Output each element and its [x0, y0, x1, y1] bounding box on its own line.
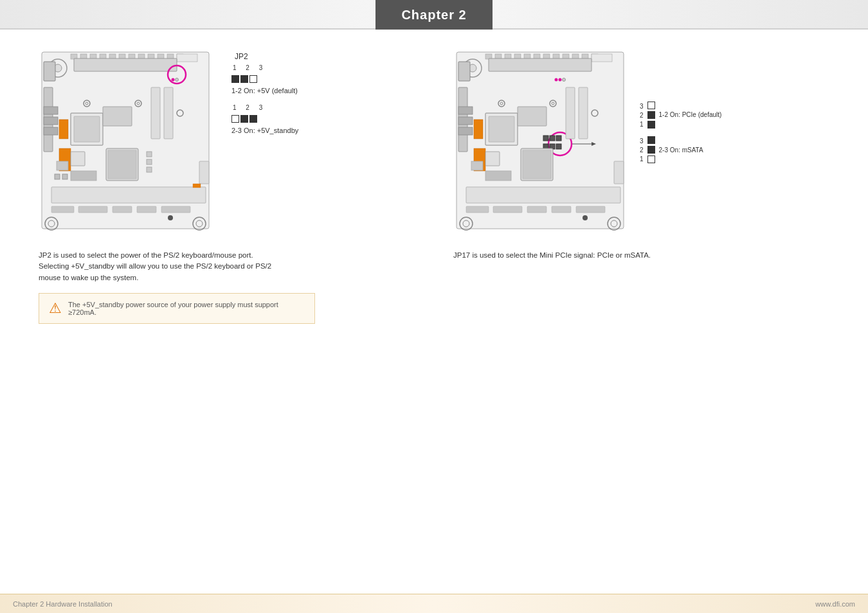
svg-rect-83	[458, 107, 473, 114]
right-jp-settings: JP17 3 2 1 1-2 On: PCIe (defau	[640, 49, 721, 163]
svg-rect-24	[44, 127, 58, 135]
vpin-2-1	[647, 155, 655, 163]
left-diagram-area: JP2 1 2 3 1-2 On: +5V (default) 1 2 3	[39, 49, 421, 237]
svg-rect-52	[55, 174, 60, 179]
svg-rect-26	[74, 116, 100, 142]
header-right-decoration	[493, 0, 868, 30]
svg-point-19	[172, 78, 175, 82]
vpin-2-3	[647, 136, 655, 144]
warning-box: ⚠ The +5V_standby power source of your p…	[39, 293, 315, 324]
chapter-title: Chapter 2	[401, 8, 466, 22]
footer-left: Chapter 2 Hardware Installation	[13, 600, 113, 608]
svg-rect-116	[614, 161, 624, 184]
warning-icon: ⚠	[49, 300, 62, 317]
jumper1-label: 1-2 On: +5V (default)	[231, 87, 298, 94]
svg-rect-13	[177, 54, 197, 62]
svg-rect-97	[550, 136, 555, 141]
svg-point-79	[559, 78, 562, 82]
footer: Chapter 2 Hardware Installation www.dfi.…	[0, 594, 868, 613]
svg-rect-49	[199, 161, 209, 184]
svg-point-78	[555, 78, 558, 82]
svg-rect-42	[137, 206, 156, 213]
svg-rect-119	[471, 161, 483, 170]
svg-rect-55	[71, 171, 96, 181]
svg-rect-106	[466, 206, 489, 213]
warning-text: The +5V_standby power source of your pow…	[68, 301, 305, 316]
right-jumper2: 3 2 1 2-3 On: mSATA	[640, 136, 721, 163]
svg-rect-23	[44, 117, 58, 125]
vpin-col-2	[647, 136, 655, 163]
svg-rect-53	[62, 174, 68, 179]
footer-right: www.dfi.com	[815, 600, 855, 608]
right-section: JP17 3 2 1 1-2 On: PCIe (defau	[434, 30, 868, 594]
vpin-2-2	[647, 146, 655, 154]
header-title: Chapter 2	[375, 0, 492, 30]
svg-point-48	[168, 215, 173, 220]
svg-rect-16	[44, 62, 55, 81]
svg-rect-93	[566, 87, 575, 139]
svg-rect-38	[51, 187, 206, 203]
right-motherboard	[453, 49, 633, 237]
right-description: JP17 is used to select the Mini PCIe sig…	[453, 250, 698, 261]
svg-rect-40	[78, 206, 107, 213]
pin-1-3	[249, 75, 257, 83]
svg-rect-109	[552, 206, 571, 213]
left-section: JP2 1 2 3 1-2 On: +5V (default) 1 2 3	[0, 30, 434, 594]
main-content: JP2 1 2 3 1-2 On: +5V (default) 1 2 3	[0, 30, 868, 594]
jumper2-label: 2-3 On: +5V_standby	[231, 127, 298, 134]
svg-point-80	[563, 78, 566, 82]
right-jumper1-label: 1-2 On: PCIe (default)	[659, 111, 722, 120]
svg-rect-101	[556, 144, 561, 149]
svg-rect-91	[474, 120, 483, 139]
right-jumper1: 3 2 1 1-2 On: PCIe (default)	[640, 102, 721, 129]
svg-rect-120	[485, 171, 511, 181]
svg-rect-87	[489, 116, 514, 142]
vpin-numbers-2: 3 2 1	[640, 138, 644, 163]
jp2-label-row: JP2	[231, 52, 298, 61]
svg-rect-41	[113, 206, 132, 213]
svg-rect-31	[71, 152, 85, 166]
svg-rect-76	[458, 62, 470, 81]
svg-rect-56	[147, 152, 152, 157]
pin-numbers-1: 1 2 3	[233, 64, 266, 71]
pin-1-1	[231, 75, 239, 83]
right-diagram-area: JP17 3 2 1 1-2 On: PCIe (defau	[453, 49, 855, 237]
vpin-col-1	[647, 102, 655, 129]
pin-2-3	[249, 115, 257, 123]
svg-rect-110	[576, 206, 605, 213]
left-motherboard	[39, 49, 219, 237]
svg-point-115	[583, 215, 588, 220]
pin-1-2	[240, 75, 248, 83]
svg-rect-107	[493, 206, 522, 213]
right-jumper2-label: 2-3 On: mSATA	[659, 147, 703, 154]
svg-rect-43	[161, 206, 190, 213]
svg-rect-94	[579, 87, 588, 139]
svg-rect-33	[164, 87, 173, 139]
left-jumper2: 1 2 3 2-3 On: +5V_standby	[231, 104, 298, 134]
svg-rect-98	[556, 136, 561, 141]
svg-rect-92	[485, 152, 500, 166]
pin-row-2	[231, 115, 257, 123]
svg-rect-84	[458, 117, 473, 125]
svg-rect-36	[108, 150, 136, 179]
svg-point-20	[176, 78, 179, 82]
jp2-label: JP2	[235, 52, 248, 61]
svg-rect-30	[59, 120, 68, 139]
pin-row-1	[231, 75, 257, 83]
svg-rect-105	[466, 187, 620, 203]
left-jumper1: 1 2 3 1-2 On: +5V (default)	[231, 64, 298, 94]
pin-2-2	[240, 115, 248, 123]
header-left-decoration	[0, 0, 375, 30]
pin-2-1	[231, 115, 239, 123]
svg-rect-96	[543, 136, 548, 141]
vpin-numbers-1: 3 2 1	[640, 103, 644, 128]
svg-rect-59	[193, 184, 201, 188]
svg-rect-77	[489, 58, 592, 71]
svg-rect-17	[74, 58, 177, 71]
svg-rect-58	[147, 167, 152, 172]
svg-rect-85	[458, 127, 473, 135]
left-description: JP2 is used to select the power of the P…	[39, 250, 283, 283]
pin-numbers-2: 1 2 3	[233, 104, 266, 111]
svg-rect-39	[51, 206, 74, 213]
left-jp-settings: JP2 1 2 3 1-2 On: +5V (default) 1 2 3	[231, 49, 298, 134]
